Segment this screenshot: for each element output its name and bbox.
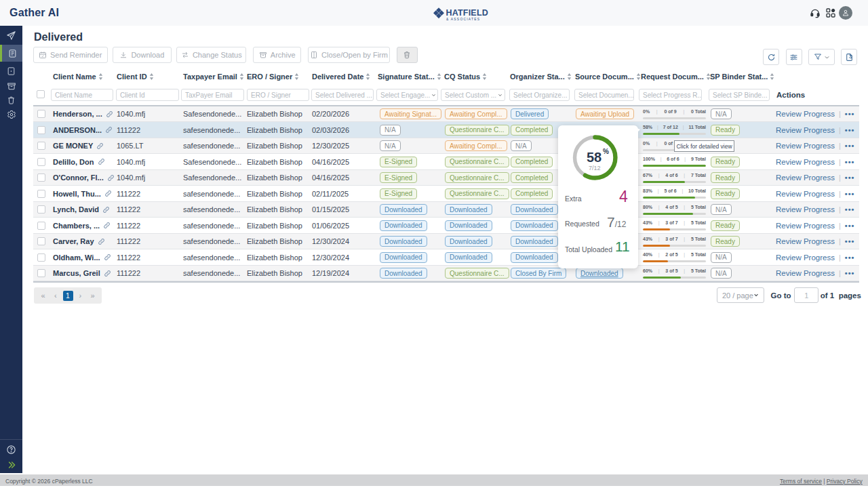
svg-text:& ASSOCIATES: & ASSOCIATES xyxy=(446,18,480,21)
svg-text:HATFIELD: HATFIELD xyxy=(446,8,488,18)
